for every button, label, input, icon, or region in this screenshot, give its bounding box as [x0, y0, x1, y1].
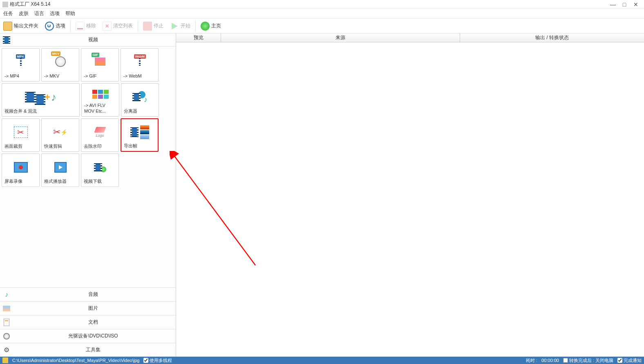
category-image[interactable]: 图片: [0, 301, 176, 315]
output-folder-label: 输出文件夹: [14, 22, 38, 29]
menu-bar: 任务 皮肤 语言 选项 帮助: [0, 9, 644, 19]
stop-label: 停止: [154, 22, 163, 29]
category-document[interactable]: 文档: [0, 315, 176, 329]
status-folder-icon[interactable]: [2, 357, 8, 363]
toolbar: 输出文件夹 选项 移除 ✕ 清空列表 停止 开始 主页: [0, 19, 644, 33]
category-panel: 视频 MP4 -> MP4 MKV: [0, 33, 176, 357]
start-label: 开始: [181, 22, 190, 29]
task-columns: 预览 来源 输出 / 转换状态: [176, 33, 644, 42]
tile-label: 分离器: [124, 108, 156, 114]
menu-skin[interactable]: 皮肤: [19, 10, 29, 17]
multithread-checkbox[interactable]: 使用多线程: [143, 357, 172, 364]
home-button[interactable]: 主页: [198, 21, 224, 31]
tile-to-avi-etc[interactable]: -> AVI FLV MOV Etc...: [81, 83, 119, 117]
title-bar: 格式工厂 X64 5.14 — □ ✕: [0, 0, 644, 9]
tile-label: 屏幕录像: [4, 178, 37, 184]
column-preview[interactable]: 预览: [176, 33, 221, 42]
shutdown-input[interactable]: [563, 358, 568, 363]
close-button[interactable]: ✕: [630, 1, 642, 8]
window-title: 格式工厂 X64 5.14: [10, 1, 607, 8]
player-icon: [44, 156, 76, 178]
tile-to-webm[interactable]: WebM -> WebM: [121, 48, 159, 82]
maximize-button[interactable]: □: [619, 1, 630, 8]
gear-icon: ⚙: [2, 346, 11, 354]
column-output-status[interactable]: 输出 / 转换状态: [460, 33, 644, 42]
gif-icon: GIF: [84, 51, 116, 73]
category-optical[interactable]: 光驱设备\DVD\CD\ISO: [0, 329, 176, 343]
complete-notify-checkbox[interactable]: 完成通知: [617, 357, 642, 364]
globe-icon: [201, 22, 210, 31]
video-category-icon: [2, 36, 11, 44]
tile-video-merge[interactable]: + ♪ 视频合并 & 混流: [2, 83, 80, 117]
menu-options[interactable]: 选项: [50, 10, 60, 17]
clear-list-button[interactable]: ✕ 清空列表: [100, 21, 135, 31]
fast-clip-icon: ✂⚡: [44, 121, 76, 143]
tile-label: -> WebM: [123, 73, 156, 79]
category-audio[interactable]: ♪ 音频: [0, 287, 176, 301]
eraser-icon: Logo: [84, 121, 116, 143]
disc-icon: [2, 332, 11, 340]
document-label: 文档: [13, 319, 173, 326]
tile-export-frame[interactable]: 导出帧: [121, 118, 159, 152]
home-label: 主页: [211, 22, 221, 29]
column-source[interactable]: 来源: [221, 33, 460, 42]
menu-help[interactable]: 帮助: [65, 10, 75, 17]
stop-icon: [143, 22, 152, 31]
play-icon: [170, 22, 179, 31]
tile-screen-record[interactable]: 屏幕录像: [2, 153, 40, 187]
mp4-icon: MP4: [4, 51, 37, 73]
tile-to-mp4[interactable]: MP4 -> MP4: [2, 48, 40, 82]
tile-to-gif[interactable]: GIF -> GIF: [81, 48, 119, 82]
tile-label: -> GIF: [84, 73, 116, 79]
merge-icon: + ♪: [4, 86, 77, 108]
toolset-label: 工具集: [13, 346, 173, 353]
tile-crop[interactable]: ✂ 画面裁剪: [2, 118, 40, 152]
image-icon: [2, 304, 11, 313]
stop-button[interactable]: 停止: [141, 21, 166, 31]
notify-input[interactable]: [617, 358, 622, 363]
tile-remove-watermark[interactable]: Logo 去除水印: [81, 118, 119, 152]
category-toolset[interactable]: ⚙ 工具集: [0, 343, 176, 357]
elapsed-value: 00:00:00: [541, 358, 559, 363]
crop-icon: ✂: [4, 121, 37, 143]
output-path[interactable]: C:\Users\Administrator\Desktop\Test_Maya…: [12, 358, 139, 363]
tile-fast-clip[interactable]: ✂⚡ 快速剪辑: [41, 118, 79, 152]
tile-label: -> MP4: [4, 73, 37, 79]
menu-task[interactable]: 任务: [3, 10, 13, 17]
remove-icon: [76, 22, 85, 31]
status-bar: C:\Users\Administrator\Desktop\Test_Maya…: [0, 357, 644, 364]
multithread-input[interactable]: [143, 358, 148, 363]
task-panel: 预览 来源 输出 / 转换状态: [176, 33, 644, 357]
toolbar-separator: [195, 20, 196, 32]
category-header-video[interactable]: 视频: [0, 33, 176, 47]
remove-label: 移除: [86, 22, 96, 29]
clear-list-label: 清空列表: [113, 22, 133, 29]
output-folder-button[interactable]: 输出文件夹: [1, 21, 41, 31]
svg-marker-1: [59, 165, 63, 169]
tile-player[interactable]: 格式播放器: [41, 153, 79, 187]
document-icon: [2, 318, 11, 326]
webm-icon: WebM: [123, 51, 156, 73]
menu-language[interactable]: 语言: [34, 10, 44, 17]
options-button[interactable]: 选项: [42, 21, 68, 31]
audio-icon: ♪: [2, 291, 11, 299]
options-label: 选项: [56, 22, 65, 29]
video-tools-grid: MP4 -> MP4 MKV -> MKV: [2, 48, 174, 187]
tile-splitter[interactable]: ♪ 分离器: [121, 83, 159, 117]
start-button[interactable]: 开始: [168, 21, 193, 31]
mkv-icon: MKV: [44, 51, 76, 73]
tile-label: 视频下载: [84, 178, 116, 184]
app-icon: [2, 2, 8, 7]
tile-label: -> AVI FLV MOV Etc...: [84, 102, 116, 114]
remove-button[interactable]: 移除: [73, 21, 98, 31]
tile-video-download[interactable]: 视频下载: [81, 153, 119, 187]
minimize-button[interactable]: —: [607, 1, 619, 8]
task-list-area[interactable]: [176, 42, 644, 357]
svg-marker-0: [172, 23, 178, 29]
tile-to-mkv[interactable]: MKV -> MKV: [41, 48, 79, 82]
tile-label: 快速剪辑: [44, 143, 76, 149]
folder-icon: [3, 22, 12, 31]
after-convert-shutdown[interactable]: 转换完成后 : 关闭电脑: [563, 357, 613, 364]
image-label: 图片: [13, 305, 173, 312]
clear-icon: ✕: [103, 22, 112, 31]
